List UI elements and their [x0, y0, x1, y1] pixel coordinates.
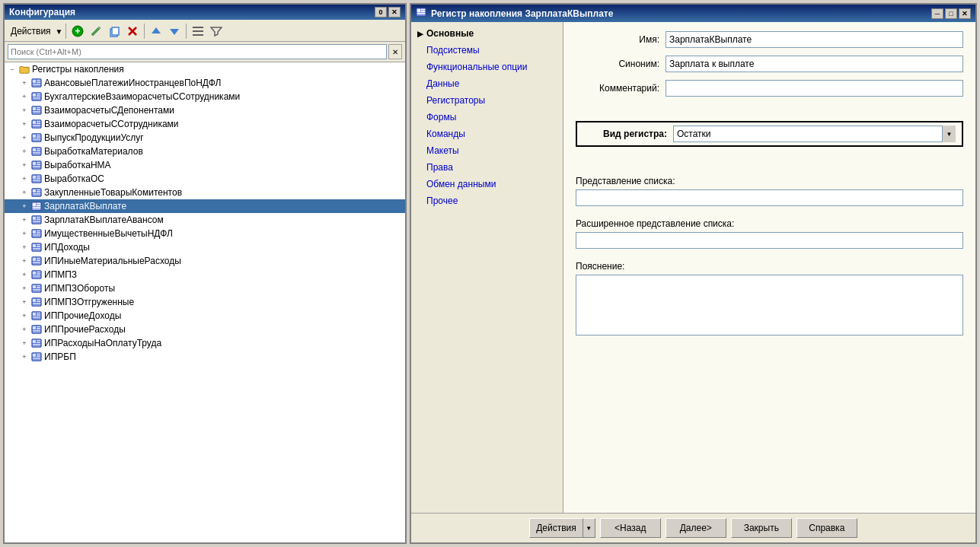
svg-rect-104: [33, 289, 41, 291]
comment-label: Комментарий:: [576, 83, 659, 94]
tree-item-16[interactable]: + ИПМПЗОтгруженные: [5, 295, 405, 309]
register-type-row: Вид регистра: Остатки Обороты ▼: [576, 121, 963, 147]
tree-item-13[interactable]: + ИПИныеМатериальныеРасходы: [5, 254, 405, 268]
register-type-select[interactable]: Остатки Обороты: [673, 126, 956, 142]
name-input[interactable]: [666, 31, 963, 48]
search-clear-button[interactable]: ✕: [388, 44, 402, 59]
right-close-button[interactable]: ✕: [959, 8, 971, 19]
list-button[interactable]: [190, 23, 206, 40]
nav-item-2[interactable]: Данные: [411, 75, 563, 92]
copy-button[interactable]: [106, 23, 123, 40]
item-expand-12[interactable]: +: [18, 241, 30, 253]
nav-section-header[interactable]: ▶ Основные: [411, 25, 563, 42]
tree-item-11[interactable]: + ИмущественныеВычетыНДФЛ: [5, 227, 405, 240]
next-button[interactable]: Далее>: [666, 518, 726, 538]
list-repr-input[interactable]: [576, 189, 963, 206]
actions-main-button[interactable]: Действия: [529, 518, 583, 538]
item-expand-7[interactable]: +: [18, 173, 30, 185]
item-expand-16[interactable]: +: [18, 296, 30, 308]
tree-item-18[interactable]: + ИППрочиеРасходы: [5, 323, 405, 336]
tree-item-12[interactable]: + ИПДоходы: [5, 240, 405, 254]
item-expand-4[interactable]: +: [18, 132, 30, 144]
item-expand-0[interactable]: +: [18, 77, 30, 89]
item-expand-20[interactable]: +: [18, 351, 30, 363]
tree-area: − Регистры накопления + АвансовыеПлатежи…: [5, 62, 405, 542]
help-button[interactable]: Справка: [796, 518, 857, 538]
register-title-icon: [416, 7, 426, 20]
tree-item-10[interactable]: + ЗарплатаКВыплатеАвансом: [5, 213, 405, 227]
item-expand-17[interactable]: +: [18, 310, 30, 322]
tree-item-20[interactable]: + ИПРБП: [5, 350, 405, 364]
tree-item-19[interactable]: + ИПРасходыНаОплатуТруда: [5, 336, 405, 350]
tree-item-8[interactable]: + ЗакупленныеТоварыКомитентов: [5, 186, 405, 199]
actions-dropdown-arrow[interactable]: ▼: [56, 27, 63, 36]
comment-input[interactable]: [666, 80, 963, 97]
item-expand-13[interactable]: +: [18, 255, 30, 267]
item-icon-20: [30, 351, 43, 363]
close-button[interactable]: Закрыть: [731, 518, 792, 538]
move-down-button[interactable]: [166, 23, 183, 40]
tree-item-6[interactable]: + ВыработкаНМА: [5, 158, 405, 172]
svg-rect-107: [33, 299, 36, 302]
tree-item-15[interactable]: + ИПМПЗОбороты: [5, 281, 405, 295]
comment-row: Комментарий:: [576, 80, 963, 97]
tree-item-5[interactable]: + ВыработкаМатериалов: [5, 145, 405, 158]
item-expand-1[interactable]: +: [18, 91, 30, 103]
root-expand[interactable]: −: [6, 63, 18, 75]
item-expand-9[interactable]: +: [18, 200, 30, 212]
nav-item-9[interactable]: Прочее: [411, 192, 563, 209]
svg-rect-123: [33, 332, 41, 333]
minimize-button[interactable]: 0: [375, 7, 387, 17]
tree-item-9[interactable]: + ЗарплатаКВыплате: [5, 199, 405, 213]
svg-rect-132: [37, 354, 40, 355]
tree-root[interactable]: − Регистры накопления: [5, 62, 405, 76]
item-expand-15[interactable]: +: [18, 282, 30, 294]
edit-button[interactable]: [88, 23, 104, 40]
svg-rect-134: [33, 358, 41, 359]
tree-item-2[interactable]: + ВзаиморасчетыСДепонентами: [5, 103, 405, 117]
item-expand-3[interactable]: +: [18, 118, 30, 130]
tree-item-7[interactable]: + ВыработкаОС: [5, 172, 405, 186]
item-expand-19[interactable]: +: [18, 337, 30, 349]
nav-item-5[interactable]: Команды: [411, 126, 563, 142]
tree-item-14[interactable]: + ИПМПЗ: [5, 268, 405, 281]
search-input[interactable]: [8, 44, 387, 59]
add-button[interactable]: +: [69, 23, 86, 40]
nav-item-6[interactable]: Макеты: [411, 142, 563, 159]
synonym-input[interactable]: [666, 56, 963, 72]
item-expand-2[interactable]: +: [18, 104, 30, 116]
item-icon-15: [30, 282, 43, 294]
actions-label[interactable]: Действия: [8, 24, 54, 38]
nav-item-7[interactable]: Права: [411, 159, 563, 176]
nav-item-3[interactable]: Регистраторы: [411, 92, 563, 109]
item-expand-6[interactable]: +: [18, 159, 30, 171]
tree-item-1[interactable]: + БухгалтерскиеВзаиморасчетыССотрудникам…: [5, 90, 405, 103]
svg-rect-15: [33, 86, 41, 87]
explanation-textarea[interactable]: [576, 275, 963, 336]
actions-dropdown-button[interactable]: ▼: [583, 518, 595, 538]
nav-item-8[interactable]: Обмен данными: [411, 176, 563, 192]
item-expand-14[interactable]: +: [18, 269, 30, 281]
back-button[interactable]: <Назад: [600, 518, 661, 538]
nav-item-1[interactable]: Функциональные опции: [411, 59, 563, 75]
move-up-button[interactable]: [148, 23, 164, 40]
nav-section-arrow: ▶: [417, 30, 423, 38]
tree-item-17[interactable]: + ИППрочиеДоходы: [5, 309, 405, 323]
item-expand-8[interactable]: +: [18, 186, 30, 199]
nav-item-4[interactable]: Формы: [411, 109, 563, 126]
close-button[interactable]: ✕: [388, 7, 401, 17]
item-expand-10[interactable]: +: [18, 214, 30, 226]
delete-button[interactable]: [124, 23, 141, 40]
tree-item-3[interactable]: + ВзаиморасчетыССотрудниками: [5, 117, 405, 131]
item-expand-11[interactable]: +: [18, 227, 30, 240]
item-icon-1: [30, 91, 43, 103]
filter-button[interactable]: [208, 23, 225, 40]
item-expand-5[interactable]: +: [18, 145, 30, 157]
nav-item-0[interactable]: Подсистемы: [411, 42, 563, 59]
right-minimize-button[interactable]: ─: [931, 8, 943, 19]
tree-item-4[interactable]: + ВыпускПродукцииУслуг: [5, 131, 405, 145]
ext-list-repr-input[interactable]: [576, 232, 963, 249]
tree-item-0[interactable]: + АвансовыеПлатежиИностранцевПоНДФЛ: [5, 76, 405, 90]
right-maximize-button[interactable]: □: [945, 8, 957, 19]
item-expand-18[interactable]: +: [18, 323, 30, 336]
